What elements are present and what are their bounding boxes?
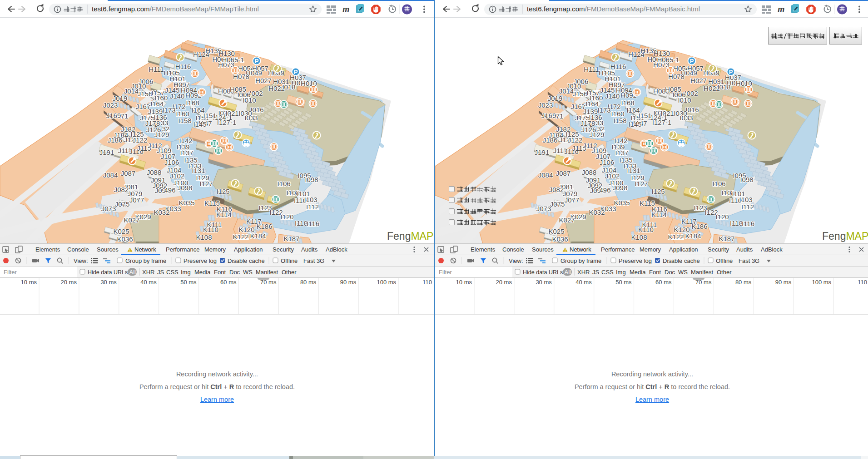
svg-text:JS: JS	[592, 269, 600, 276]
svg-text:XHR: XHR	[577, 269, 590, 276]
svg-text:Filter: Filter	[439, 269, 452, 276]
svg-text:JS: JS	[157, 269, 164, 276]
svg-text:Fast 3G: Fast 3G	[303, 257, 324, 264]
svg-text:110 ms: 110 ms	[858, 279, 868, 286]
svg-text:30 ms: 30 ms	[100, 279, 117, 286]
svg-text:Audits: Audits	[301, 246, 318, 253]
svg-text:Img: Img	[616, 269, 626, 276]
svg-text:Media: Media	[630, 269, 646, 276]
svg-text:Console: Console	[67, 246, 89, 253]
svg-text:Application: Application	[234, 246, 263, 253]
svg-text:WS: WS	[243, 269, 253, 276]
svg-text:90 ms: 90 ms	[775, 279, 792, 286]
svg-text:CSS: CSS	[166, 269, 179, 276]
svg-text:Memory: Memory	[640, 246, 661, 253]
svg-text:Network: Network	[570, 246, 591, 253]
svg-text:100 ms: 100 ms	[812, 279, 831, 286]
svg-text:WS: WS	[678, 269, 688, 276]
svg-text:60 ms: 60 ms	[655, 279, 672, 286]
svg-text:Offline: Offline	[281, 257, 298, 264]
svg-text:Fast 3G: Fast 3G	[739, 257, 759, 264]
svg-text:CSS: CSS	[601, 269, 614, 276]
svg-text:Hide data URLs: Hide data URLs	[88, 269, 128, 276]
svg-text:m: m	[342, 4, 350, 14]
svg-text:Memory: Memory	[204, 246, 226, 253]
svg-text:Preserve log: Preserve log	[184, 257, 217, 264]
svg-text:Console: Console	[502, 246, 524, 253]
svg-text:View:: View:	[74, 257, 88, 264]
svg-text:100 ms: 100 ms	[377, 279, 396, 286]
svg-text:AdBlock: AdBlock	[326, 246, 347, 253]
svg-text:Offline: Offline	[716, 257, 733, 264]
svg-text:10 ms: 10 ms	[21, 279, 37, 286]
svg-text:XHR: XHR	[142, 269, 154, 276]
svg-text:m: m	[778, 4, 785, 14]
svg-text:50 ms: 50 ms	[180, 279, 197, 286]
svg-text:Sources: Sources	[97, 246, 119, 253]
svg-text:40 ms: 40 ms	[575, 279, 592, 286]
svg-text:70 ms: 70 ms	[260, 279, 277, 286]
svg-text:All: All	[129, 269, 136, 276]
svg-text:Preserve log: Preserve log	[619, 257, 652, 264]
svg-text:80 ms: 80 ms	[735, 279, 752, 286]
svg-text:Font: Font	[649, 269, 661, 276]
svg-text:Group by frame: Group by frame	[560, 257, 601, 264]
svg-text:All: All	[565, 269, 571, 276]
svg-text:Security: Security	[708, 246, 729, 253]
svg-text:110 ms: 110 ms	[422, 279, 434, 286]
svg-text:Performance: Performance	[166, 246, 199, 253]
svg-text:Hide data URLs: Hide data URLs	[523, 269, 563, 276]
svg-text:Audits: Audits	[736, 246, 753, 253]
svg-text:10 ms: 10 ms	[456, 279, 472, 286]
svg-text:Sources: Sources	[532, 246, 554, 253]
svg-text:Disable cache: Disable cache	[663, 257, 700, 264]
svg-text:Elements: Elements	[471, 246, 496, 253]
svg-text:20 ms: 20 ms	[496, 279, 512, 286]
svg-text:40 ms: 40 ms	[140, 279, 157, 286]
svg-text:Disable cache: Disable cache	[228, 257, 265, 264]
svg-text:60 ms: 60 ms	[220, 279, 237, 286]
svg-text:Manifest: Manifest	[691, 269, 714, 276]
svg-text:Doc: Doc	[665, 269, 675, 276]
svg-text:Img: Img	[181, 269, 191, 276]
svg-text:Network: Network	[134, 246, 156, 253]
svg-text:Doc: Doc	[229, 269, 240, 276]
svg-text:Filter: Filter	[4, 269, 17, 276]
svg-text:Font: Font	[214, 269, 226, 276]
svg-text:Application: Application	[669, 246, 698, 253]
svg-text:Media: Media	[194, 269, 211, 276]
svg-text:Performance: Performance	[601, 246, 635, 253]
svg-text:80 ms: 80 ms	[300, 279, 317, 286]
svg-text:90 ms: 90 ms	[340, 279, 357, 286]
svg-text:Elements: Elements	[35, 246, 60, 253]
svg-text:Security: Security	[273, 246, 294, 253]
svg-text:View:: View:	[509, 257, 523, 264]
svg-text:Group by frame: Group by frame	[125, 257, 166, 264]
svg-text:Other: Other	[717, 269, 732, 276]
svg-text:20 ms: 20 ms	[60, 279, 77, 286]
svg-text:Other: Other	[282, 269, 297, 276]
svg-text:AdBlock: AdBlock	[761, 246, 783, 253]
svg-text:70 ms: 70 ms	[695, 279, 712, 286]
svg-text:30 ms: 30 ms	[536, 279, 552, 286]
svg-text:50 ms: 50 ms	[615, 279, 632, 286]
svg-text:Manifest: Manifest	[256, 269, 278, 276]
